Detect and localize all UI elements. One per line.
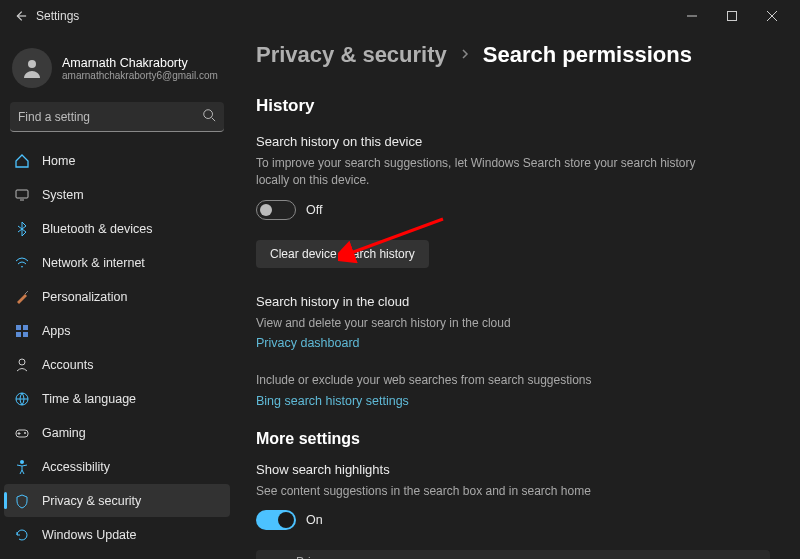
bluetooth-icon [14, 221, 30, 237]
device-history-toggle[interactable] [256, 200, 296, 220]
cloud-history-desc: View and delete your search history in t… [256, 315, 716, 332]
svg-rect-0 [728, 12, 737, 21]
search-icon [202, 108, 216, 126]
privacy-resources-row[interactable]: Privacy resources [256, 550, 770, 559]
nav-accessibility[interactable]: Accessibility [4, 450, 230, 483]
device-history-toggle-label: Off [306, 203, 322, 217]
nav-home[interactable]: Home [4, 144, 230, 177]
back-button[interactable] [8, 9, 32, 23]
svg-rect-6 [16, 332, 21, 337]
apps-icon [14, 323, 30, 339]
breadcrumb-current: Search permissions [483, 42, 692, 68]
highlights-toggle-label: On [306, 513, 323, 527]
chevron-right-icon [459, 46, 471, 64]
shield-icon [14, 493, 30, 509]
svg-rect-4 [16, 325, 21, 330]
globe-icon [14, 391, 30, 407]
privacy-dashboard-link[interactable]: Privacy dashboard [256, 336, 770, 350]
search-input[interactable] [18, 110, 202, 124]
update-icon [14, 527, 30, 543]
content-area: Privacy & security Search permissions Hi… [234, 32, 800, 559]
sidebar: Amarnath Chakraborty amarnathchakraborty… [0, 32, 234, 559]
nav-time[interactable]: Time & language [4, 382, 230, 415]
nav-gaming[interactable]: Gaming [4, 416, 230, 449]
minimize-button[interactable] [672, 1, 712, 31]
gaming-icon [14, 425, 30, 441]
profile-email: amarnathchakraborty6@gmail.com [62, 70, 218, 81]
system-icon [14, 187, 30, 203]
person-icon [14, 357, 30, 373]
highlights-heading: Show search highlights [256, 462, 770, 477]
brush-icon [14, 289, 30, 305]
cloud-history-desc2: Include or exclude your web searches fro… [256, 372, 716, 389]
svg-rect-3 [16, 190, 28, 198]
nav-update[interactable]: Windows Update [4, 518, 230, 551]
breadcrumb-parent[interactable]: Privacy & security [256, 42, 447, 68]
svg-point-8 [19, 359, 25, 365]
device-history-heading: Search history on this device [256, 134, 770, 149]
cloud-history-heading: Search history in the cloud [256, 294, 770, 309]
close-button[interactable] [752, 1, 792, 31]
nav-bluetooth[interactable]: Bluetooth & devices [4, 212, 230, 245]
svg-rect-7 [23, 332, 28, 337]
svg-point-11 [24, 432, 26, 434]
svg-point-1 [28, 60, 36, 68]
history-heading: History [256, 96, 770, 116]
window-title: Settings [36, 9, 79, 23]
wifi-icon [14, 255, 30, 271]
clear-history-button[interactable]: Clear device search history [256, 240, 429, 268]
nav-accounts[interactable]: Accounts [4, 348, 230, 381]
svg-rect-5 [23, 325, 28, 330]
highlights-desc: See content suggestions in the search bo… [256, 483, 716, 500]
profile-name: Amarnath Chakraborty [62, 56, 218, 70]
nav-system[interactable]: System [4, 178, 230, 211]
maximize-button[interactable] [712, 1, 752, 31]
nav-privacy[interactable]: Privacy & security [4, 484, 230, 517]
nav-personalization[interactable]: Personalization [4, 280, 230, 313]
nav-apps[interactable]: Apps [4, 314, 230, 347]
search-box[interactable] [10, 102, 224, 132]
bing-history-link[interactable]: Bing search history settings [256, 394, 770, 408]
device-history-desc: To improve your search suggestions, let … [256, 155, 716, 190]
svg-point-12 [20, 460, 24, 464]
nav-list: Home System Bluetooth & devices Network … [4, 144, 230, 551]
home-icon [14, 153, 30, 169]
svg-point-2 [204, 109, 213, 118]
nav-network[interactable]: Network & internet [4, 246, 230, 279]
accessibility-icon [14, 459, 30, 475]
highlights-toggle[interactable] [256, 510, 296, 530]
avatar [12, 48, 52, 88]
profile-block[interactable]: Amarnath Chakraborty amarnathchakraborty… [4, 40, 230, 102]
breadcrumb: Privacy & security Search permissions [256, 42, 770, 68]
more-settings-heading: More settings [256, 430, 770, 448]
